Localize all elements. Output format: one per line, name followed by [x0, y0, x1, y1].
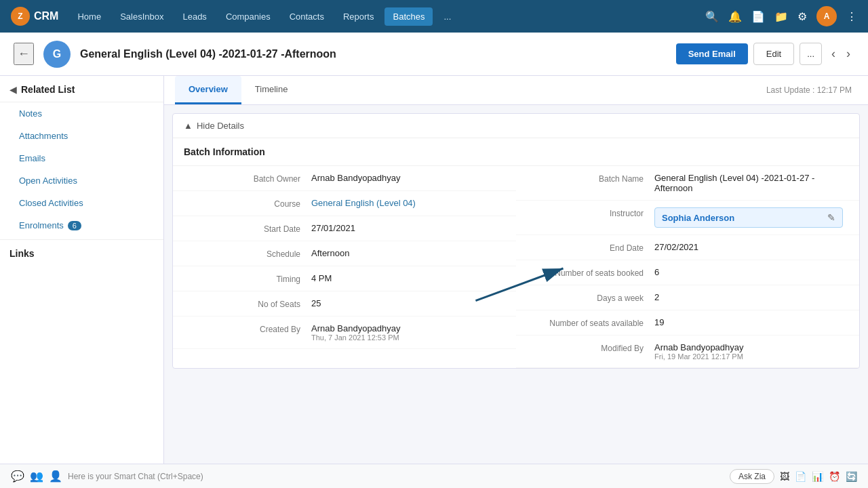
tabs-group: Overview Timeline — [175, 76, 301, 104]
content-area: Overview Timeline Last Update : 12:17 PM… — [164, 76, 868, 488]
modified-by-value-group: Arnab Bandyopadhyay Fri, 19 Mar 2021 12:… — [654, 342, 843, 361]
no-of-seats-label: No of Seats — [189, 298, 311, 309]
sidebar-item-enrolments[interactable]: Enrolments 6 — [0, 214, 163, 237]
record-title: General English (Level 04) -2021-01-27 -… — [80, 48, 667, 60]
field-course: Course General English (Level 04) — [173, 191, 516, 216]
seats-booked-label: Number of seats booked — [532, 267, 654, 278]
bell-icon[interactable]: 🔔 — [728, 10, 742, 23]
sidebar-item-open-activities[interactable]: Open Activities — [0, 169, 163, 192]
nav-batches[interactable]: Batches — [384, 7, 433, 26]
nav-icon-group: 🔍 🔔 📄 📁 ⚙ A ⋮ — [705, 6, 857, 26]
record-avatar: G — [43, 41, 71, 68]
bottom-icon-2[interactable]: 📄 — [795, 471, 806, 482]
field-no-of-seats: No of Seats 25 — [173, 291, 516, 317]
record-header: ← G General English (Level 04) -2021-01-… — [0, 33, 868, 76]
prev-record-button[interactable]: ‹ — [827, 44, 840, 64]
end-date-label: End Date — [532, 242, 654, 253]
end-date-value: 27/02/2021 — [654, 242, 843, 252]
timing-value: 4 PM — [311, 273, 500, 283]
course-label: Course — [189, 198, 311, 209]
links-section-title: Links — [0, 239, 163, 264]
fields-grid: Batch Owner Arnab Bandyopadhyay Course G… — [173, 166, 859, 368]
nav-more[interactable]: ... — [435, 7, 459, 26]
batch-name-value: General English (Level 04) -2021-01-27 -… — [654, 173, 843, 193]
sidebar-item-emails[interactable]: Emails — [0, 147, 163, 169]
edit-button[interactable]: Edit — [753, 43, 794, 65]
ask-zia-button[interactable]: Ask Zia — [730, 469, 774, 484]
smart-chat-placeholder[interactable]: Here is your Smart Chat (Ctrl+Space) — [68, 472, 724, 481]
sidebar-collapse-icon[interactable]: ◀ — [9, 84, 17, 95]
back-button[interactable]: ← — [14, 43, 34, 65]
enrolments-label: Enrolments — [19, 220, 64, 230]
app-name: CRM — [34, 10, 58, 22]
start-date-value: 27/01/2021 — [311, 223, 500, 233]
send-email-button[interactable]: Send Email — [676, 43, 748, 64]
field-created-by: Created By Arnab Bandyopadhyay Thu, 7 Ja… — [173, 317, 516, 349]
instructor-label: Instructor — [532, 207, 654, 218]
hide-details-bar[interactable]: ▲ Hide Details — [173, 114, 859, 138]
schedule-label: Schedule — [189, 248, 311, 259]
bottom-icon-1[interactable]: 🖼 — [780, 471, 789, 482]
app-logo[interactable]: Z CRM — [11, 7, 58, 26]
tab-timeline[interactable]: Timeline — [241, 76, 302, 104]
folder-icon[interactable]: 📁 — [774, 10, 788, 23]
field-modified-by: Modified By Arnab Bandyopadhyay Fri, 19 … — [516, 336, 859, 368]
nav-contacts[interactable]: Contacts — [281, 7, 332, 26]
logo-icon: Z — [11, 7, 30, 26]
bottom-icon-4[interactable]: ⏰ — [829, 471, 840, 482]
nav-leads[interactable]: Leads — [174, 7, 214, 26]
field-schedule: Schedule Afternoon — [173, 241, 516, 266]
batch-info-title: Batch Information — [173, 138, 859, 166]
settings-icon[interactable]: ⚙ — [797, 10, 807, 23]
field-seats-booked: Number of seats booked 6 — [516, 260, 859, 285]
course-value[interactable]: General English (Level 04) — [311, 198, 500, 208]
modified-by-label: Modified By — [532, 342, 654, 353]
next-record-button[interactable]: › — [842, 44, 854, 64]
enrolments-badge: 6 — [68, 221, 81, 230]
batch-name-label: Batch Name — [532, 173, 654, 184]
field-days-a-week: Days a week 2 — [516, 285, 859, 310]
sidebar-item-notes[interactable]: Notes — [0, 102, 163, 125]
hide-details-label: Hide Details — [197, 121, 244, 131]
created-by-label: Created By — [189, 323, 311, 334]
tab-overview[interactable]: Overview — [175, 76, 241, 104]
no-of-seats-value: 25 — [311, 298, 500, 308]
chevron-up-icon: ▲ — [184, 121, 193, 131]
chat-icon[interactable]: 💬 — [11, 470, 24, 483]
batch-owner-value: Arnab Bandyopadhyay — [311, 173, 500, 183]
record-nav-arrows: ‹ › — [827, 44, 854, 64]
field-batch-name: Batch Name General English (Level 04) -2… — [516, 166, 859, 201]
days-a-week-label: Days a week — [532, 292, 654, 303]
instructor-edit-icon[interactable]: ✎ — [827, 212, 835, 223]
nav-salesinbox[interactable]: SalesInbox — [112, 7, 172, 26]
user-avatar[interactable]: A — [816, 6, 837, 26]
grid-icon[interactable]: ⋮ — [846, 10, 857, 23]
more-options-button[interactable]: ... — [800, 43, 822, 65]
instructor-highlight-box: Sophia Anderson ✎ — [654, 207, 843, 228]
bottom-bar: 💬 👥 👤 Here is your Smart Chat (Ctrl+Spac… — [0, 464, 868, 488]
bottom-icon-5[interactable]: 🔄 — [846, 471, 857, 482]
last-update-text: Last Update : 12:17 PM — [766, 85, 857, 95]
timing-label: Timing — [189, 273, 311, 284]
nav-home[interactable]: Home — [69, 7, 109, 26]
schedule-value: Afternoon — [311, 248, 500, 258]
compose-icon[interactable]: 📄 — [751, 10, 765, 23]
nav-reports[interactable]: Reports — [335, 7, 382, 26]
modified-by-date: Fri, 19 Mar 2021 12:17 PM — [654, 352, 843, 361]
nav-companies[interactable]: Companies — [218, 7, 279, 26]
sidebar-item-closed-activities[interactable]: Closed Activities — [0, 192, 163, 214]
related-list-title: Related List — [21, 84, 75, 95]
field-batch-owner: Batch Owner Arnab Bandyopadhyay — [173, 166, 516, 191]
person-icon[interactable]: 👤 — [49, 470, 62, 483]
tabs-bar: Overview Timeline Last Update : 12:17 PM — [164, 76, 868, 105]
related-list-header: ◀ Related List — [0, 76, 163, 102]
users-icon[interactable]: 👥 — [30, 470, 43, 483]
search-icon[interactable]: 🔍 — [705, 10, 719, 23]
seats-available-value: 19 — [654, 317, 843, 327]
header-actions: Send Email Edit ... ‹ › — [676, 43, 854, 65]
created-by-value-group: Arnab Bandyopadhyay Thu, 7 Jan 2021 12:5… — [311, 323, 500, 342]
sidebar-item-attachments[interactable]: Attachments — [0, 125, 163, 147]
bottom-icon-3[interactable]: 📊 — [812, 471, 823, 482]
field-start-date: Start Date 27/01/2021 — [173, 216, 516, 241]
field-end-date: End Date 27/02/2021 — [516, 235, 859, 260]
